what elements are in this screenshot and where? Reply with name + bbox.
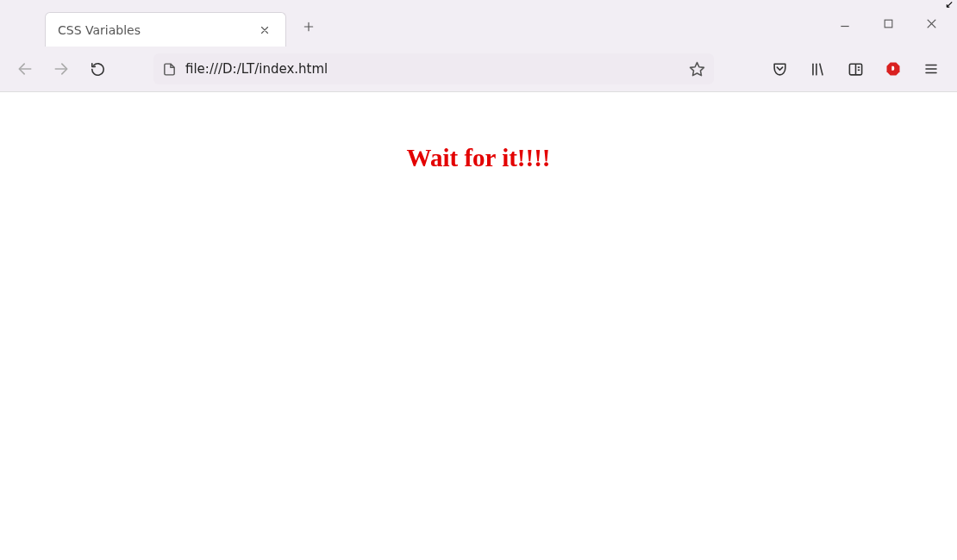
reload-button[interactable] [83, 54, 112, 84]
forward-button[interactable] [47, 54, 76, 84]
page-heading: Wait for it!!!! [0, 144, 957, 172]
back-button[interactable] [10, 54, 40, 84]
close-icon[interactable] [256, 22, 273, 39]
page-icon [162, 62, 177, 77]
toolbar: file:///D:/LT/index.html [0, 47, 957, 91]
tab-title: CSS Variables [58, 23, 256, 37]
svg-marker-1 [691, 62, 704, 75]
page-content: Wait for it!!!! [0, 92, 957, 172]
tab-strip: CSS Variables [0, 0, 957, 47]
bookmark-star-icon[interactable] [689, 61, 705, 78]
pocket-icon[interactable] [769, 59, 790, 79]
svg-rect-0 [885, 20, 892, 28]
minimize-button[interactable] [835, 13, 855, 34]
extension-shield-icon[interactable] [883, 59, 904, 79]
menu-icon[interactable] [921, 59, 941, 79]
url-text: file:///D:/LT/index.html [185, 61, 680, 77]
window-controls [835, 0, 954, 47]
toolbar-right [769, 59, 947, 79]
browser-tab[interactable]: CSS Variables [45, 12, 286, 47]
new-tab-button[interactable] [295, 13, 322, 40]
address-bar[interactable]: file:///D:/LT/index.html [153, 53, 714, 84]
browser-chrome: CSS Variables [0, 0, 957, 92]
sidebar-icon[interactable] [845, 59, 866, 79]
maximize-button[interactable] [878, 13, 898, 34]
library-icon[interactable] [807, 59, 828, 79]
close-window-button[interactable] [921, 13, 941, 34]
